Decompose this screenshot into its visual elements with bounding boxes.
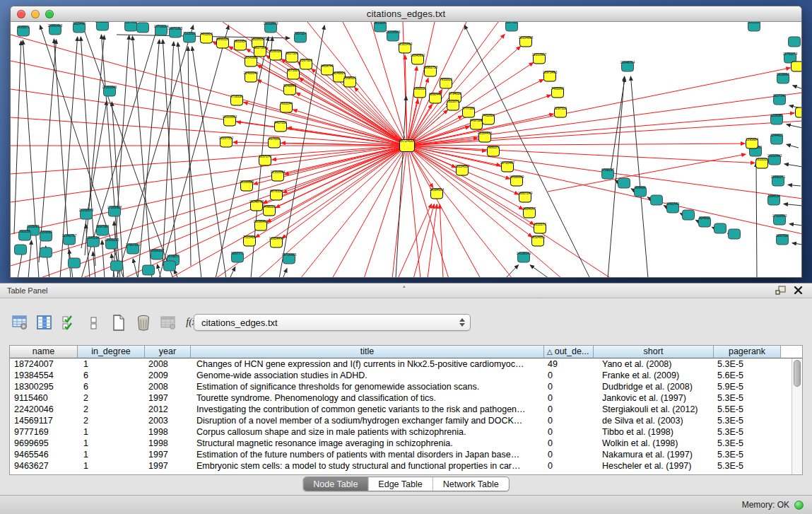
table-row[interactable]: 911546021997Tourette syndrome. Phenomeno… bbox=[10, 392, 792, 404]
cell-pagerank[interactable]: 5.3E-5 bbox=[714, 415, 781, 426]
cell-pagerank[interactable]: 5.3E-5 bbox=[714, 358, 781, 370]
vertical-scrollbar[interactable] bbox=[792, 358, 802, 474]
cell-pagerank[interactable]: 5.3E-5 bbox=[714, 392, 781, 404]
cell-in_degree[interactable]: 1 bbox=[78, 426, 145, 438]
cell-short[interactable]: Hescheler et al. (1997) bbox=[594, 460, 714, 472]
graph-node[interactable] bbox=[729, 229, 741, 239]
cell-title[interactable]: Estimation of the future numbers of pati… bbox=[191, 449, 544, 460]
cell-in_degree[interactable]: 2 bbox=[78, 415, 145, 426]
cell-out_de[interactable]: 0 bbox=[544, 460, 594, 472]
graph-node[interactable] bbox=[683, 210, 695, 220]
table-row[interactable]: 1830029562008Estimation of significance … bbox=[10, 381, 792, 392]
cell-short[interactable]: Jankovic et al. (1997) bbox=[594, 392, 714, 404]
cell-short[interactable]: de Silva et al. (2003) bbox=[594, 415, 714, 426]
cell-out_de[interactable]: 0 bbox=[544, 392, 594, 404]
cell-title[interactable]: Estimation of significance thresholds fo… bbox=[191, 381, 544, 392]
graph-node[interactable] bbox=[15, 245, 27, 255]
network-view[interactable]: 4035571208914069115460106552871527662107… bbox=[11, 22, 801, 277]
cell-year[interactable]: 1997 bbox=[145, 449, 191, 460]
graph-node[interactable] bbox=[792, 62, 802, 71]
column-header-title[interactable]: title bbox=[191, 346, 544, 358]
network-graph[interactable]: 4035571208914069115460106552871527662107… bbox=[11, 22, 801, 277]
cell-year[interactable]: 2008 bbox=[145, 381, 191, 392]
cell-title[interactable]: Tourette syndrome. Phenomenology and cla… bbox=[191, 392, 544, 404]
cell-short[interactable]: Yano et al. (2008) bbox=[594, 358, 714, 370]
cell-in_degree[interactable]: 1 bbox=[78, 438, 145, 449]
cell-pagerank[interactable]: 5.5E-5 bbox=[714, 404, 781, 415]
table-row[interactable]: 946362711997Embryonic stem cells: a mode… bbox=[10, 460, 792, 472]
new-table-icon[interactable] bbox=[110, 314, 127, 331]
cell-in_degree[interactable]: 6 bbox=[78, 370, 145, 381]
cell-pagerank[interactable]: 5.9E-5 bbox=[714, 381, 781, 392]
graph-node[interactable] bbox=[796, 107, 802, 117]
cell-out_de[interactable]: 0 bbox=[544, 415, 594, 426]
table-row[interactable]: 946554611997Estimation of the future num… bbox=[10, 449, 792, 460]
tab-edge-table[interactable]: Edge Table bbox=[367, 477, 432, 491]
cell-title[interactable]: Structural magnetic resonance image aver… bbox=[191, 438, 544, 449]
table-row[interactable]: 977716911998Corpus callosum shape and si… bbox=[10, 426, 792, 438]
graph-node[interactable] bbox=[714, 223, 726, 233]
table-row[interactable]: 1456911722003Disruption of a novel membe… bbox=[10, 415, 792, 426]
cell-short[interactable]: Nakamura et al. (1997) bbox=[594, 449, 714, 460]
table-row[interactable]: 1938455462009Genome-wide association stu… bbox=[10, 370, 792, 381]
cell-in_degree[interactable]: 1 bbox=[78, 358, 145, 370]
cell-name[interactable]: 9463627 bbox=[10, 460, 78, 472]
column-selector-icon[interactable] bbox=[36, 314, 53, 331]
cell-year[interactable]: 2003 bbox=[145, 415, 191, 426]
cell-name[interactable]: 9465546 bbox=[10, 449, 78, 460]
cell-out_de[interactable]: 0 bbox=[544, 438, 594, 449]
graph-node[interactable] bbox=[40, 247, 52, 257]
cell-title[interactable]: Embryonic stem cells: a model to study s… bbox=[191, 460, 544, 472]
cell-year[interactable]: 1997 bbox=[145, 460, 191, 472]
cell-in_degree[interactable]: 6 bbox=[78, 381, 145, 392]
cell-name[interactable]: 18724007 bbox=[10, 358, 78, 370]
panel-splitter-handle[interactable]: ▴ bbox=[403, 285, 408, 288]
tab-network-table[interactable]: Network Table bbox=[433, 477, 509, 491]
cell-out_de[interactable]: 0 bbox=[544, 381, 594, 392]
cell-short[interactable]: Stergiakouli et al. (2012) bbox=[594, 404, 714, 415]
cell-name[interactable]: 14569117 bbox=[10, 415, 78, 426]
cell-title[interactable]: Changes of HCN gene expression and I(f) … bbox=[191, 358, 544, 370]
cell-year[interactable]: 2012 bbox=[145, 404, 191, 415]
graph-node[interactable] bbox=[137, 23, 149, 33]
cell-name[interactable]: 9115460 bbox=[10, 392, 78, 404]
cell-pagerank[interactable]: 5.6E-5 bbox=[714, 370, 781, 381]
float-window-icon[interactable] bbox=[775, 286, 787, 296]
cell-short[interactable]: Dudbridge et al. (2008) bbox=[594, 381, 714, 392]
cell-title[interactable]: Corpus callosum shape and size in male p… bbox=[191, 426, 544, 438]
graph-node[interactable] bbox=[164, 261, 176, 271]
cell-title[interactable]: Disruption of a novel member of a sodium… bbox=[191, 415, 544, 426]
clear-selection-icon[interactable] bbox=[86, 314, 102, 331]
memory-status-icon[interactable] bbox=[794, 501, 804, 510]
graph-node[interactable] bbox=[651, 195, 663, 205]
cell-out_de[interactable]: 0 bbox=[544, 370, 594, 381]
cell-name[interactable]: 19384554 bbox=[10, 370, 78, 381]
cell-title[interactable]: Genome-wide association studies in ADHD. bbox=[191, 370, 544, 381]
cell-year[interactable]: 2008 bbox=[145, 358, 191, 370]
cell-short[interactable]: Wolkin et al. (1998) bbox=[594, 438, 714, 449]
cell-name[interactable]: 9777169 bbox=[10, 426, 78, 438]
cell-year[interactable]: 1998 bbox=[145, 438, 191, 449]
cell-in_degree[interactable]: 1 bbox=[78, 449, 145, 460]
window-titlebar[interactable]: citations_edges.txt bbox=[11, 6, 801, 22]
cell-pagerank[interactable]: 5.3E-5 bbox=[714, 438, 781, 449]
cell-pagerank[interactable]: 5.3E-5 bbox=[714, 426, 781, 438]
cell-name[interactable]: 9699695 bbox=[10, 438, 78, 449]
column-header-year[interactable]: year bbox=[145, 346, 191, 358]
cell-pagerank[interactable]: 5.3E-5 bbox=[714, 460, 781, 472]
table-settings-icon[interactable] bbox=[11, 314, 28, 331]
table-source-select[interactable]: citations_edges.txt bbox=[194, 314, 471, 331]
scrollbar-thumb[interactable] bbox=[794, 360, 801, 387]
graph-node[interactable] bbox=[111, 261, 123, 271]
table-row[interactable]: 969969511998Structural magnetic resonanc… bbox=[10, 438, 792, 449]
cell-short[interactable]: Franke et al. (2009) bbox=[594, 370, 714, 381]
import-table-icon[interactable] bbox=[160, 314, 177, 331]
delete-table-icon[interactable] bbox=[135, 314, 152, 331]
cell-out_de[interactable]: 0 bbox=[544, 449, 594, 460]
graph-node[interactable] bbox=[618, 178, 630, 188]
column-header-in_degree[interactable]: in_degree bbox=[78, 346, 145, 358]
cell-year[interactable]: 2009 bbox=[145, 370, 191, 381]
table-row[interactable]: 1872400712008Changes of HCN gene express… bbox=[10, 358, 792, 370]
row-selection-icon[interactable] bbox=[61, 314, 78, 331]
cell-title[interactable]: Investigating the contribution of common… bbox=[191, 404, 544, 415]
